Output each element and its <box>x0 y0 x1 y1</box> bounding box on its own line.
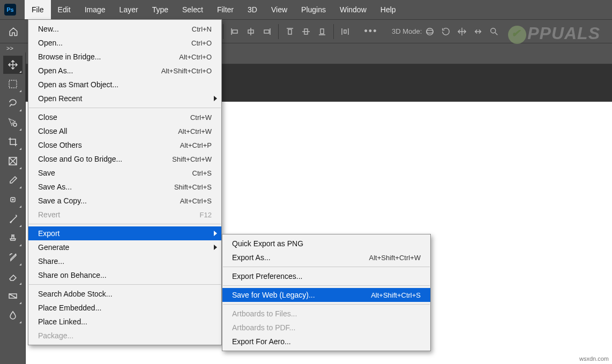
file-menu-item[interactable]: Share... <box>28 254 221 268</box>
svg-rect-5 <box>264 30 269 33</box>
menu-item-label: Export For Aero... <box>232 337 421 346</box>
file-menu-item[interactable]: Open As...Alt+Shift+Ctrl+O <box>28 64 221 78</box>
align-top-icon[interactable] <box>282 24 298 40</box>
export-menu-item[interactable]: Export For Aero... <box>222 335 430 348</box>
menu-item-label: Open As... <box>38 66 161 75</box>
export-menu-item: Artboards to PDF... <box>222 321 430 335</box>
menu-item-label: Generate <box>38 243 212 252</box>
export-menu-item: Artboards to Files... <box>222 307 430 321</box>
file-menu-item[interactable]: Save a Copy...Alt+Ctrl+S <box>28 194 221 208</box>
gradient-tool[interactable] <box>3 287 23 305</box>
menu-item-label: Export Preferences... <box>232 272 421 280</box>
menu-separator <box>223 267 430 267</box>
menu-separator <box>29 108 221 108</box>
menu-item-shortcut: Ctrl+W <box>190 113 212 122</box>
home-button[interactable] <box>5 24 21 40</box>
menu-item-shortcut: Alt+Ctrl+O <box>179 53 212 61</box>
svg-point-20 <box>13 123 17 126</box>
menu-view[interactable]: View <box>264 0 294 19</box>
file-menu-item[interactable]: Open...Ctrl+O <box>28 36 221 50</box>
menu-window[interactable]: Window <box>333 0 374 19</box>
menu-layer[interactable]: Layer <box>113 0 145 19</box>
menu-image[interactable]: Image <box>78 0 113 19</box>
file-menu-item[interactable]: Export <box>28 226 221 240</box>
file-menu-item[interactable]: Search Adobe Stock... <box>28 287 221 301</box>
clone-stamp-tool[interactable] <box>3 229 23 247</box>
menu-item-shortcut: Alt+Ctrl+W <box>178 127 212 135</box>
menu-separator <box>223 304 430 305</box>
file-menu-item[interactable]: New...Ctrl+N <box>28 22 221 36</box>
file-menu-item[interactable]: Save As...Shift+Ctrl+S <box>28 180 221 194</box>
rotate-3d-icon[interactable] <box>438 24 454 40</box>
crop-tool[interactable] <box>3 133 23 151</box>
menu-item-shortcut: Ctrl+O <box>191 39 212 47</box>
file-menu-item[interactable]: Open as Smart Object... <box>28 78 221 92</box>
menu-item-label: New... <box>38 25 192 33</box>
eraser-tool[interactable] <box>3 268 23 286</box>
file-menu-item[interactable]: SaveCtrl+S <box>28 166 221 180</box>
slide-3d-icon[interactable] <box>470 24 486 40</box>
export-menu-item[interactable]: Export As...Alt+Shift+Ctrl+W <box>222 251 430 264</box>
file-menu-item[interactable]: Close OthersAlt+Ctrl+P <box>28 138 221 152</box>
menu-edit[interactable]: Edit <box>51 0 78 19</box>
more-options-icon[interactable]: ••• <box>363 24 379 40</box>
align-bottom-icon[interactable] <box>314 24 330 40</box>
align-center-v-icon[interactable] <box>298 24 314 40</box>
menu-help[interactable]: Help <box>374 0 403 19</box>
file-menu-item[interactable]: Place Linked... <box>28 315 221 329</box>
file-menu-item[interactable]: Close and Go to Bridge...Shift+Ctrl+W <box>28 152 221 166</box>
svg-rect-19 <box>9 80 17 88</box>
healing-brush-tool[interactable] <box>3 191 23 209</box>
svg-line-28 <box>9 294 17 298</box>
align-center-h-icon[interactable] <box>243 24 259 40</box>
menu-item-shortcut: Alt+Ctrl+S <box>180 197 212 205</box>
menu-file[interactable]: File <box>25 0 51 19</box>
file-menu-item[interactable]: Share on Behance... <box>28 268 221 282</box>
app-icon: Ps <box>4 4 16 16</box>
menu-select[interactable]: Select <box>175 0 210 19</box>
menu-filter[interactable]: Filter <box>210 0 241 19</box>
menu-item-label: Search Adobe Stock... <box>38 290 212 298</box>
menu-item-label: Close Others <box>38 141 180 149</box>
tool-panel <box>0 52 26 364</box>
svg-rect-1 <box>233 30 237 33</box>
quick-select-tool[interactable] <box>3 113 23 132</box>
move-tool[interactable] <box>3 56 23 74</box>
menu-item-label: Quick Export as PNG <box>232 239 421 248</box>
menu-plugins[interactable]: Plugins <box>294 0 333 19</box>
align-right-icon[interactable] <box>259 24 275 40</box>
file-menu-item: Package... <box>28 329 221 343</box>
zoom-3d-icon[interactable] <box>486 24 502 40</box>
align-left-icon[interactable] <box>227 24 243 40</box>
menu-type[interactable]: Type <box>145 0 175 19</box>
file-menu-item[interactable]: CloseCtrl+W <box>28 110 221 124</box>
file-menu-item[interactable]: Browse in Bridge...Alt+Ctrl+O <box>28 50 221 64</box>
menu-separator <box>29 284 221 285</box>
export-menu-item[interactable]: Export Preferences... <box>222 269 430 283</box>
pan-3d-icon[interactable] <box>454 24 470 40</box>
brush-tool[interactable] <box>3 210 23 228</box>
export-menu-item[interactable]: Save for Web (Legacy)...Alt+Shift+Ctrl+S <box>222 288 430 302</box>
orbit-3d-icon[interactable] <box>422 24 438 40</box>
menu-3d[interactable]: 3D <box>241 0 264 19</box>
file-menu-item[interactable]: Open Recent <box>28 92 221 105</box>
eyedropper-tool[interactable] <box>3 171 23 189</box>
file-menu-item[interactable]: Place Embedded... <box>28 301 221 315</box>
file-menu-item[interactable]: Close AllAlt+Ctrl+W <box>28 124 221 138</box>
svg-point-15 <box>427 28 434 35</box>
menu-item-label: Artboards to PDF... <box>232 323 421 332</box>
history-brush-tool[interactable] <box>3 248 23 267</box>
menu-item-shortcut: Ctrl+S <box>192 169 212 177</box>
lasso-tool[interactable] <box>3 94 23 112</box>
menu-item-shortcut: Alt+Shift+Ctrl+W <box>369 254 421 262</box>
menubar: Ps FileEditImageLayerTypeSelectFilter3DV… <box>0 0 612 19</box>
svg-rect-7 <box>288 29 292 34</box>
file-menu-item[interactable]: Generate <box>28 240 221 254</box>
export-menu-item[interactable]: Quick Export as PNG <box>222 237 430 251</box>
distribute-icon[interactable] <box>337 24 353 40</box>
marquee-tool[interactable] <box>3 75 23 93</box>
divider <box>333 24 334 39</box>
blur-tool[interactable] <box>3 306 23 324</box>
frame-tool[interactable] <box>3 152 23 170</box>
menu-item-label: Export As... <box>232 253 369 262</box>
